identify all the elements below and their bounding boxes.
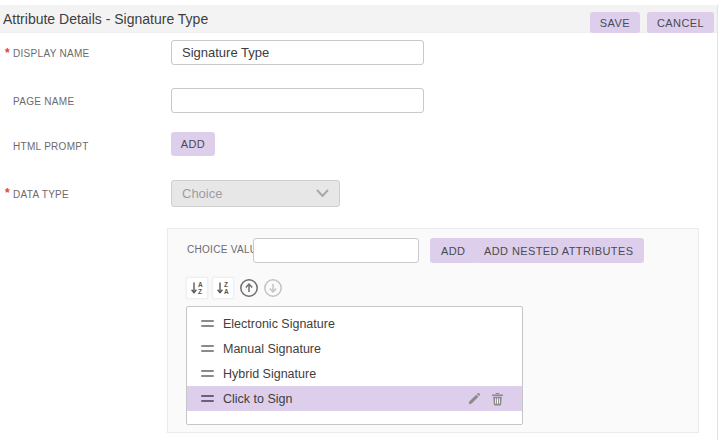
pencil-icon	[467, 392, 481, 406]
cancel-button[interactable]: CANCEL	[647, 12, 714, 33]
data-type-select[interactable]: Choice	[171, 180, 340, 207]
choice-section: CHOICE VALUE ADD ADD NESTED ATTRIBUTES A…	[167, 228, 699, 433]
add-nested-attributes-button[interactable]: ADD NESTED ATTRIBUTES	[473, 238, 644, 263]
data-type-label: DATA TYPE	[13, 189, 69, 200]
page-name-input[interactable]	[171, 88, 424, 113]
sort-alpha-asc-icon: A Z	[190, 281, 204, 295]
sort-alpha-asc-button[interactable]: A Z	[186, 277, 208, 299]
list-item[interactable]: Hybrid Signature	[187, 361, 522, 386]
move-up-button[interactable]	[239, 278, 259, 298]
header-bar: Attribute Details - Signature Type SAVE …	[0, 5, 717, 33]
list-item[interactable]: Manual Signature	[187, 336, 522, 361]
required-asterisk: *	[5, 186, 10, 200]
page-title: Attribute Details - Signature Type	[0, 11, 208, 27]
display-name-input[interactable]	[171, 40, 424, 65]
choice-label: Hybrid Signature	[223, 367, 316, 381]
svg-text:Z: Z	[224, 281, 228, 288]
choice-value-input[interactable]	[253, 238, 419, 263]
add-choice-button[interactable]: ADD	[430, 238, 476, 263]
choice-label: Manual Signature	[223, 342, 321, 356]
add-html-prompt-button[interactable]: ADD	[171, 132, 215, 156]
drag-handle-icon[interactable]	[201, 370, 214, 378]
display-name-label: DISPLAY NAME	[13, 48, 90, 59]
circle-arrow-down-icon	[263, 278, 283, 298]
chevron-down-icon	[316, 189, 329, 198]
delete-button[interactable]	[491, 392, 504, 406]
trash-icon	[491, 392, 504, 406]
list-item-selected[interactable]: Click to Sign	[187, 386, 522, 411]
attribute-details-page: Attribute Details - Signature Type SAVE …	[0, 0, 720, 440]
page-right-border	[717, 5, 718, 440]
move-down-button[interactable]	[263, 278, 283, 298]
required-asterisk: *	[5, 46, 10, 60]
data-type-selected-value: Choice	[182, 186, 316, 201]
choice-label: Electronic Signature	[223, 317, 335, 331]
sort-alpha-desc-icon: Z A	[216, 281, 230, 295]
edit-button[interactable]	[467, 392, 481, 406]
page-name-label: PAGE NAME	[13, 96, 74, 107]
sort-alpha-desc-button[interactable]: Z A	[212, 277, 234, 299]
drag-handle-icon[interactable]	[201, 345, 214, 353]
svg-text:A: A	[224, 288, 229, 295]
drag-handle-icon[interactable]	[201, 395, 214, 403]
save-button[interactable]: SAVE	[590, 12, 640, 33]
svg-text:A: A	[198, 281, 203, 288]
list-item[interactable]: Electronic Signature	[187, 311, 522, 336]
html-prompt-label: HTML PROMPT	[13, 141, 89, 152]
choice-list: Electronic Signature Manual Signature Hy…	[186, 306, 523, 425]
svg-text:Z: Z	[198, 288, 202, 295]
drag-handle-icon[interactable]	[201, 320, 214, 328]
choice-label: Click to Sign	[223, 392, 292, 406]
row-actions	[467, 386, 504, 411]
circle-arrow-up-icon	[239, 278, 259, 298]
